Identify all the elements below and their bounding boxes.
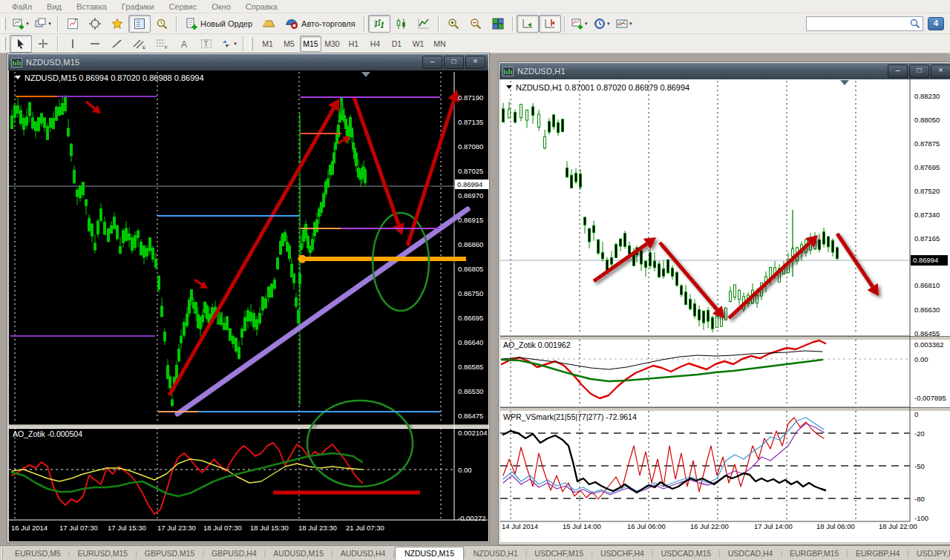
menu-item-1[interactable]: Вид: [39, 1, 69, 12]
left-window-titlebar[interactable]: NZDUSD,M15 – □ ×: [8, 54, 488, 70]
chevron-down-icon: ▾: [48, 21, 51, 27]
chart-tab-EURGBP,H4[interactable]: EURGBP,H4: [848, 547, 907, 559]
minimize-button[interactable]: –: [422, 56, 442, 69]
minimize-button[interactable]: –: [888, 65, 908, 78]
chart-tab-AUDUSD,M15[interactable]: AUDUSD,M15: [266, 547, 331, 559]
chart-shift-marker[interactable]: [361, 72, 370, 77]
text-tool-button[interactable]: A: [173, 35, 195, 53]
market-watch-toggle-button[interactable]: [128, 15, 151, 33]
left-chart-window[interactable]: NZDUSD,M15 – □ × NZDUSD,M15 0.86994 0.87…: [7, 53, 489, 542]
chart-tab-NZDUSD,H1[interactable]: NZDUSD,H1: [466, 547, 525, 559]
search-input[interactable]: [809, 18, 910, 30]
crosshair-tool-button[interactable]: [32, 35, 54, 53]
horizontal-line-tool-button[interactable]: [84, 35, 106, 53]
periods-button[interactable]: ▾: [591, 15, 613, 33]
new-order-button[interactable]: Новый Ордер: [180, 15, 258, 33]
axis-label: 18 Jul 06:00: [816, 522, 855, 530]
trendline-tool-button[interactable]: [106, 35, 128, 53]
toolbar-separator: [176, 16, 177, 31]
timeframe-H1[interactable]: H1: [343, 36, 364, 52]
tile-windows-button[interactable]: [487, 15, 509, 33]
notification-badge[interactable]: 4: [928, 17, 944, 30]
close-button[interactable]: ×: [465, 56, 485, 69]
chevron-down-icon: ▾: [234, 41, 237, 47]
left-chart-canvas[interactable]: [9, 70, 488, 541]
indicators-button[interactable]: ▾: [569, 15, 591, 33]
fibonacci-tool-button[interactable]: F: [151, 35, 173, 53]
navigator-button[interactable]: [151, 15, 173, 33]
market-watch-button[interactable]: [62, 15, 84, 33]
toolbar-separator: [57, 16, 59, 31]
timeframe-M5[interactable]: M5: [278, 36, 300, 52]
chart-tab-EURUSD,M5[interactable]: EURUSD,M5: [7, 547, 68, 559]
tabbar-grip[interactable]: [1, 548, 3, 559]
chart-tab-USDCHF,M15[interactable]: USDCHF,M15: [527, 547, 591, 559]
chart-shift-button[interactable]: [539, 15, 561, 33]
templates-button[interactable]: ▾: [613, 15, 635, 33]
autoscroll-icon: [522, 18, 534, 30]
right-window-titlebar[interactable]: NZDUSD,H1 – □ ×: [499, 63, 950, 79]
star-icon: [111, 18, 123, 30]
autotrade-button[interactable]: Авто-торговля: [280, 15, 361, 33]
right-chart-window[interactable]: NZDUSD,H1 – □ × NZDUSD,H1 0.87001 0.8702…: [499, 62, 950, 544]
collapse-triangle-icon[interactable]: [506, 85, 512, 89]
axis-label: 18 Jul 15:30: [250, 524, 289, 532]
menu-item-3[interactable]: Графики: [114, 1, 162, 12]
chart-tab-USDCAD,H4[interactable]: USDCAD,H4: [721, 547, 781, 559]
menu-item-6[interactable]: Справка: [238, 1, 285, 12]
data-window-button[interactable]: [84, 15, 106, 33]
new-chart-button[interactable]: ▾: [10, 15, 32, 33]
chart-tab-USDCHF,H4[interactable]: USDCHF,H4: [593, 547, 652, 559]
left-chart-client[interactable]: NZDUSD,M15 0.86994 0.87020 0.86988 0.869…: [9, 70, 488, 541]
chart-tab-GBPUSD,H4[interactable]: GBPUSD,H4: [204, 547, 264, 559]
zoom-in-button[interactable]: [442, 15, 465, 33]
chart-tab-EURUSD,M15[interactable]: EURUSD,M15: [70, 547, 135, 559]
chart-tab-USDJPY,M15[interactable]: USDJPY,M15: [909, 547, 950, 559]
toolbar-grip[interactable]: [2, 17, 6, 30]
menu-item-0[interactable]: Файл: [4, 1, 39, 12]
text-label-tool-button[interactable]: T: [195, 35, 217, 53]
profiles-button[interactable]: ▾: [32, 15, 54, 33]
search-box[interactable]: [806, 16, 923, 31]
zoom-out-button[interactable]: [465, 15, 487, 33]
left-chart-annotations[interactable]: [86, 90, 468, 493]
chart-tab-GBPUSD,M15[interactable]: GBPUSD,M15: [137, 547, 203, 559]
axis-label: 0.00: [458, 466, 472, 474]
search-icon[interactable]: [910, 19, 920, 29]
right-chart-client[interactable]: NZDUSD,H1 0.87001 0.87020 0.86979 0.8699…: [500, 79, 950, 542]
axis-label: 0.86810: [914, 281, 940, 289]
chart-tab-USDCAD,M15[interactable]: USDCAD,M15: [653, 547, 718, 559]
timeframe-D1[interactable]: D1: [386, 36, 407, 52]
menu-item-5[interactable]: Окно: [204, 1, 238, 12]
timeframe-W1[interactable]: W1: [407, 36, 429, 52]
chart-tab-NZDUSD,M15[interactable]: NZDUSD,M15: [395, 547, 464, 560]
timeframe-M30[interactable]: M30: [321, 36, 343, 52]
autoscroll-button[interactable]: [517, 15, 539, 33]
right-chart-canvas[interactable]: [500, 79, 950, 542]
candlestick-button[interactable]: [390, 15, 413, 33]
cursor-tool-button[interactable]: [10, 35, 32, 53]
toolbar-grip[interactable]: [249, 37, 253, 50]
favorites-button[interactable]: [106, 15, 128, 33]
close-button[interactable]: ×: [931, 65, 950, 78]
maximize-button[interactable]: □: [909, 65, 929, 78]
timeframe-M15[interactable]: M15: [300, 36, 321, 52]
bar-chart-button[interactable]: [368, 15, 390, 33]
channel-tool-button[interactable]: E: [128, 35, 151, 53]
chart-tab-AUDUSD,H4[interactable]: AUDUSD,H4: [333, 547, 393, 559]
line-chart-button[interactable]: [413, 15, 435, 33]
menu-item-4[interactable]: Сервис: [162, 1, 205, 12]
menu-item-2[interactable]: Вставка: [69, 1, 114, 12]
toolbar-grip[interactable]: [2, 37, 6, 50]
chart-tab-EURGBP,M15[interactable]: EURGBP,M15: [782, 547, 846, 559]
timeframe-H4[interactable]: H4: [364, 36, 386, 52]
chart-shift-marker[interactable]: [840, 80, 849, 85]
arrows-tool-button[interactable]: ▾: [217, 35, 240, 53]
mql-community-button[interactable]: [258, 15, 280, 33]
vertical-line-tool-button[interactable]: [62, 35, 84, 53]
timeframe-MN[interactable]: MN: [429, 36, 451, 52]
timeframe-M1[interactable]: M1: [257, 36, 278, 52]
timeframe-toolbar: M1M5M15M30H1H4D1W1MN: [257, 36, 451, 52]
maximize-button[interactable]: □: [444, 56, 464, 69]
collapse-triangle-icon[interactable]: [15, 76, 21, 79]
